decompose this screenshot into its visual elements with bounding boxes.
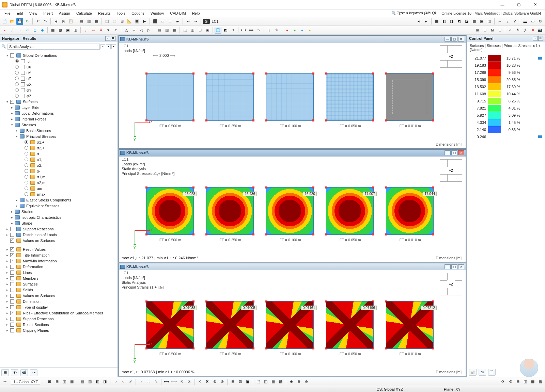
plate[interactable]: 17.007lFE = 0.050 m — [326, 187, 374, 235]
radio[interactable] — [25, 158, 28, 161]
radio[interactable] — [25, 169, 28, 173]
grp1-icon[interactable]: ⊞ — [474, 27, 481, 34]
align1-icon[interactable]: ⇤ — [185, 18, 191, 25]
checkbox[interactable] — [10, 311, 14, 315]
plate[interactable]: 17.044lFE = 0.010 m — [386, 187, 434, 235]
opening-icon[interactable]: ◻ — [31, 27, 38, 34]
plate[interactable]: lFE = 0.050 m — [326, 73, 374, 121]
paste-icon[interactable]: 📋 — [67, 18, 74, 25]
menu-options[interactable]: Options — [128, 11, 147, 16]
b30-icon[interactable]: ⊕ — [288, 378, 295, 385]
tree-layer-side[interactable]: Layer Side — [21, 105, 40, 110]
menu-edit[interactable]: Edit — [14, 11, 26, 16]
expand-icon[interactable]: ▸ — [10, 112, 14, 115]
nav-data-icon[interactable]: ▦ — [1, 369, 9, 376]
b21-icon[interactable]: ⊗ — [211, 378, 218, 385]
nav-eye-icon[interactable]: 👁 — [11, 369, 18, 376]
sel3-icon[interactable]: ⊞ — [197, 27, 203, 34]
b29-icon[interactable]: ▩ — [277, 378, 284, 385]
expand-icon[interactable]: ▸ — [10, 210, 14, 213]
legend-marker[interactable] — [538, 57, 542, 60]
tree-s2m[interactable]: σ2,- — [36, 163, 44, 167]
snap-icon[interactable]: ⊹ — [1, 378, 8, 385]
res6-icon[interactable]: ▩ — [471, 18, 478, 25]
dim2-icon[interactable]: ⟺ — [248, 27, 254, 34]
radio[interactable] — [25, 192, 28, 196]
minimize-button[interactable]: ― — [495, 0, 510, 9]
b31-icon[interactable]: ⊖ — [295, 378, 302, 385]
b27-icon[interactable]: ◫ — [262, 378, 269, 385]
plate[interactable]: 16.028lFE = 0.500 m — [146, 187, 194, 235]
checkbox[interactable] — [10, 259, 14, 263]
nav-path-icon[interactable]: ⤳ — [30, 369, 37, 376]
tree-opt[interactable]: Result Values — [22, 247, 46, 251]
act4-icon[interactable]: ✕ — [529, 27, 536, 34]
expand-icon[interactable]: ▸ — [5, 329, 9, 332]
expand-icon[interactable]: ▸ — [5, 317, 9, 321]
b17-icon[interactable]: ⤧ — [178, 378, 185, 385]
menu-calculate[interactable]: Calculate — [73, 11, 95, 16]
load1-icon[interactable]: ↓ — [82, 27, 89, 34]
tree-strains[interactable]: Strains — [21, 210, 33, 214]
tree-support-reactions[interactable]: Support Reactions — [22, 227, 54, 231]
menu-cadbim[interactable]: CAD-BIM — [167, 11, 189, 16]
res8-icon[interactable]: ◫ — [486, 18, 493, 25]
nav-cam-icon[interactable]: 📹 — [20, 369, 28, 376]
expand-icon[interactable]: ▸ — [5, 248, 9, 251]
checkbox[interactable] — [10, 253, 14, 257]
grp2-icon[interactable]: ⊟ — [481, 27, 488, 34]
close-panel-icon[interactable]: ✕ — [111, 36, 115, 41]
tree-tmax[interactable]: τmax — [36, 192, 45, 196]
color3-icon[interactable]: ● — [299, 27, 306, 34]
view-yz-icon[interactable]: ▰ — [174, 18, 181, 25]
b33-icon[interactable]: ⟳ — [499, 378, 506, 385]
b22-icon[interactable]: ⊘ — [219, 378, 225, 385]
b5-icon[interactable]: ▤ — [79, 378, 86, 385]
checkbox[interactable] — [21, 71, 25, 75]
load2-icon[interactable]: ⇊ — [90, 27, 97, 34]
radio[interactable] — [15, 94, 19, 98]
dim1-icon[interactable]: ⟷ — [240, 27, 247, 34]
b11-icon[interactable]: ⤢ — [127, 378, 134, 385]
tree-opt[interactable]: Members — [22, 276, 38, 280]
b1-icon[interactable]: ⊞ — [46, 378, 53, 385]
doc1-icon[interactable]: ▤ — [78, 18, 85, 25]
txt-icon[interactable]: T — [266, 27, 272, 34]
view-header[interactable]: KB-MI-ns.rf6 ― ▢ ✕ — [119, 150, 466, 157]
menu-assign[interactable]: Assign — [56, 11, 73, 16]
checkbox[interactable] — [10, 227, 14, 231]
view-header[interactable]: KB-MI-ns.rf6 ― ▢ ✕ — [119, 36, 466, 43]
nav-next-icon[interactable]: ▸ — [423, 18, 430, 25]
sup2-icon[interactable]: ▽ — [130, 27, 137, 34]
undo-icon[interactable]: ↶ — [34, 18, 41, 25]
expand-icon[interactable]: ▸ — [5, 294, 9, 297]
print-icon[interactable]: 🖨 — [52, 18, 59, 25]
load3-icon[interactable]: ⬇ — [97, 27, 104, 34]
load4-icon[interactable]: ▾ — [105, 27, 112, 34]
checkbox[interactable] — [10, 288, 14, 292]
cp-list-icon[interactable]: ☷ — [488, 369, 496, 376]
support-avatar-icon[interactable] — [520, 359, 538, 377]
tree-opt[interactable]: Deformation — [22, 265, 43, 269]
checkbox[interactable] — [21, 82, 25, 86]
grid2-icon[interactable]: ▥ — [164, 27, 170, 34]
tree-surfaces[interactable]: Surfaces — [22, 100, 37, 104]
checkbox[interactable] — [10, 328, 14, 332]
cp-balance-icon[interactable]: ⚖ — [479, 369, 486, 376]
expand-icon[interactable]: ▸ — [5, 277, 9, 280]
radio[interactable] — [25, 140, 28, 144]
sup4-icon[interactable]: ▷ — [145, 27, 152, 34]
tree-opt[interactable]: Solids — [22, 288, 33, 292]
res2-icon[interactable]: ◧ — [441, 18, 448, 25]
expand-icon[interactable]: ▸ — [15, 129, 19, 132]
grid3-icon[interactable]: ▦ — [171, 27, 178, 34]
b23-icon[interactable]: ⊞ — [229, 378, 236, 385]
radio[interactable] — [15, 88, 19, 92]
settings-icon[interactable]: ⚙ — [537, 18, 544, 25]
checkbox[interactable] — [10, 276, 14, 280]
member-icon[interactable]: ⟋ — [16, 27, 23, 34]
view-max-icon[interactable]: ▢ — [451, 150, 457, 155]
res7-icon[interactable]: ▣ — [478, 18, 485, 25]
coord-system[interactable]: 1 - Global XYZ — [11, 379, 40, 385]
view-xz-icon[interactable]: ▱ — [167, 18, 173, 25]
